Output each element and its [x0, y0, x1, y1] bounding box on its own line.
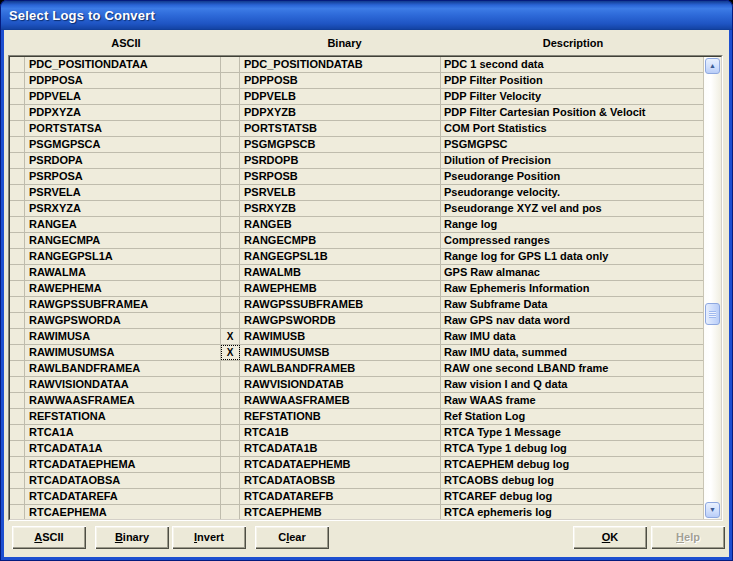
ascii-log-name[interactable]: RTCADATAOBSA — [25, 473, 221, 488]
ascii-log-name[interactable]: RTCA1A — [25, 425, 221, 440]
ascii-checkbox-cell[interactable] — [10, 457, 25, 472]
ascii-checkbox-cell[interactable] — [10, 441, 25, 456]
binary-log-name[interactable]: RAWALMB — [240, 265, 441, 280]
ascii-log-name[interactable]: REFSTATIONA — [25, 409, 221, 424]
binary-log-name[interactable]: RTCADATAOBSB — [240, 473, 441, 488]
ascii-checkbox-cell[interactable] — [10, 361, 25, 376]
binary-log-name[interactable]: RTCADATAREFB — [240, 489, 441, 504]
binary-checkbox-cell[interactable]: X — [221, 329, 240, 344]
ascii-checkbox-cell[interactable] — [10, 489, 25, 504]
binary-checkbox-cell[interactable] — [221, 153, 240, 168]
ascii-log-name[interactable]: PSRVELA — [25, 185, 221, 200]
ascii-checkbox-cell[interactable] — [10, 233, 25, 248]
binary-log-name[interactable]: PDPPOSB — [240, 73, 441, 88]
binary-checkbox-cell[interactable] — [221, 313, 240, 328]
ascii-log-name[interactable]: PDPPOSA — [25, 73, 221, 88]
ascii-log-name[interactable]: RAWIMUSA — [25, 329, 221, 344]
binary-log-name[interactable]: PSRVELB — [240, 185, 441, 200]
binary-checkbox-cell[interactable] — [221, 57, 240, 72]
binary-checkbox-cell[interactable]: X — [221, 345, 240, 360]
ascii-checkbox-cell[interactable] — [10, 89, 25, 104]
binary-log-name[interactable]: PDPVELB — [240, 89, 441, 104]
binary-checkbox-cell[interactable] — [221, 425, 240, 440]
ascii-checkbox-cell[interactable] — [10, 249, 25, 264]
binary-log-name[interactable]: REFSTATIONB — [240, 409, 441, 424]
binary-log-name[interactable]: PSGMGPSCB — [240, 137, 441, 152]
ascii-checkbox-cell[interactable] — [10, 137, 25, 152]
titlebar[interactable]: Select Logs to Convert — [1, 1, 732, 30]
ascii-log-name[interactable]: RTCADATAREFA — [25, 489, 221, 504]
ascii-checkbox-cell[interactable] — [10, 105, 25, 120]
ascii-log-name[interactable]: PSRDOPA — [25, 153, 221, 168]
scrollbar-thumb[interactable] — [705, 303, 720, 325]
binary-log-name[interactable]: PSRDOPB — [240, 153, 441, 168]
ascii-checkbox-cell[interactable] — [10, 393, 25, 408]
ok-button[interactable]: OK — [573, 526, 647, 549]
ascii-checkbox-cell[interactable] — [10, 505, 25, 519]
ascii-log-name[interactable]: PSGMGPSCA — [25, 137, 221, 152]
ascii-log-name[interactable]: RTCADATAEPHEMA — [25, 457, 221, 472]
ascii-checkbox-cell[interactable] — [10, 377, 25, 392]
ascii-log-name[interactable]: PDPXYZA — [25, 105, 221, 120]
binary-checkbox-cell[interactable] — [221, 169, 240, 184]
binary-checkbox-cell[interactable] — [221, 297, 240, 312]
binary-checkbox-cell[interactable] — [221, 457, 240, 472]
binary-checkbox-cell[interactable] — [221, 489, 240, 504]
ascii-log-name[interactable]: RANGEA — [25, 217, 221, 232]
binary-checkbox-cell[interactable] — [221, 409, 240, 424]
ascii-checkbox-cell[interactable] — [10, 313, 25, 328]
ascii-checkbox-cell[interactable] — [10, 281, 25, 296]
binary-log-name[interactable]: RTCADATA1B — [240, 441, 441, 456]
binary-checkbox-cell[interactable] — [221, 473, 240, 488]
binary-log-name[interactable]: RAWIMUSB — [240, 329, 441, 344]
clear-button[interactable]: Clear — [255, 526, 329, 549]
binary-log-name[interactable]: RAWLBANDFRAMEB — [240, 361, 441, 376]
ascii-checkbox-cell[interactable] — [10, 425, 25, 440]
binary-log-name[interactable]: RTCAEPHEMB — [240, 505, 441, 519]
ascii-log-name[interactable]: RAWALMA — [25, 265, 221, 280]
ascii-checkbox-cell[interactable] — [10, 169, 25, 184]
ascii-checkbox-cell[interactable] — [10, 329, 25, 344]
ascii-log-name[interactable]: RAWVISIONDATAA — [25, 377, 221, 392]
ascii-log-name[interactable]: RANGECMPA — [25, 233, 221, 248]
ascii-log-name[interactable]: PSRPOSA — [25, 169, 221, 184]
binary-log-name[interactable]: PORTSTATSB — [240, 121, 441, 136]
binary-checkbox-cell[interactable] — [221, 281, 240, 296]
binary-log-name[interactable]: RAWIMUSUMSB — [240, 345, 441, 360]
ascii-button[interactable]: ASCII — [12, 526, 86, 549]
ascii-log-name[interactable]: RAWEPHEMA — [25, 281, 221, 296]
ascii-log-name[interactable]: RTCADATA1A — [25, 441, 221, 456]
binary-checkbox-cell[interactable] — [221, 393, 240, 408]
ascii-log-name[interactable]: RAWIMUSUMSA — [25, 345, 221, 360]
ascii-log-name[interactable]: PDPVELA — [25, 89, 221, 104]
binary-log-name[interactable]: PSRPOSB — [240, 169, 441, 184]
binary-button[interactable]: Binary — [95, 526, 169, 549]
binary-log-name[interactable]: RTCA1B — [240, 425, 441, 440]
ascii-log-name[interactable]: RTCAEPHEMA — [25, 505, 221, 519]
ascii-log-name[interactable]: RAWGPSWORDA — [25, 313, 221, 328]
binary-checkbox-cell[interactable] — [221, 201, 240, 216]
ascii-checkbox-cell[interactable] — [10, 73, 25, 88]
ascii-log-name[interactable]: RAWGPSSUBFRAMEA — [25, 297, 221, 312]
ascii-log-name[interactable]: PORTSTATSA — [25, 121, 221, 136]
ascii-checkbox-cell[interactable] — [10, 409, 25, 424]
binary-log-name[interactable]: RAWGPSSUBFRAMEB — [240, 297, 441, 312]
binary-checkbox-cell[interactable] — [221, 185, 240, 200]
binary-log-name[interactable]: PSRXYZB — [240, 201, 441, 216]
binary-checkbox-cell[interactable] — [221, 361, 240, 376]
ascii-log-name[interactable]: RANGEGPSL1A — [25, 249, 221, 264]
invert-button[interactable]: Invert — [172, 526, 246, 549]
binary-log-name[interactable]: RAWGPSWORDB — [240, 313, 441, 328]
binary-checkbox-cell[interactable] — [221, 137, 240, 152]
ascii-checkbox-cell[interactable] — [10, 153, 25, 168]
ascii-checkbox-cell[interactable] — [10, 57, 25, 72]
binary-checkbox-cell[interactable] — [221, 73, 240, 88]
ascii-checkbox-cell[interactable] — [10, 185, 25, 200]
binary-log-name[interactable]: RANGEB — [240, 217, 441, 232]
ascii-log-name[interactable]: RAWLBANDFRAMEA — [25, 361, 221, 376]
ascii-log-name[interactable]: PDC_POSITIONDATAA — [25, 57, 221, 72]
binary-log-name[interactable]: PDPXYZB — [240, 105, 441, 120]
binary-log-name[interactable]: RTCADATAEPHEMB — [240, 457, 441, 472]
binary-log-name[interactable]: RAWEPHEMB — [240, 281, 441, 296]
ascii-checkbox-cell[interactable] — [10, 201, 25, 216]
